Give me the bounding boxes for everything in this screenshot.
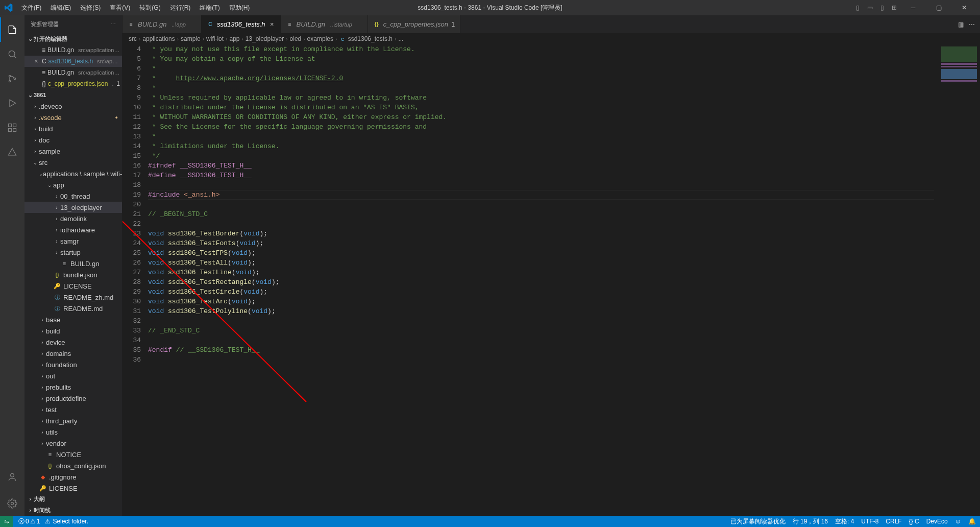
project-header[interactable]: ⌄3861: [24, 89, 122, 101]
screen-reader-status[interactable]: 已为屏幕阅读器优化: [730, 517, 786, 526]
deveco-status[interactable]: DevEco: [926, 518, 948, 525]
folder-item[interactable]: ›13_oledplayer: [24, 202, 122, 213]
folder-item[interactable]: ›device: [24, 337, 122, 348]
menu-item[interactable]: 终端(T): [195, 2, 224, 14]
more-actions-icon[interactable]: ⋯: [969, 21, 975, 28]
menu-item[interactable]: 编辑(E): [46, 2, 75, 14]
folder-item[interactable]: ›out: [24, 370, 122, 381]
open-editors-header[interactable]: ⌄打开的编辑器: [24, 33, 122, 44]
folder-item[interactable]: ›vendor: [24, 438, 122, 449]
folder-item[interactable]: ›third_party: [24, 415, 122, 426]
sidebar-more-icon[interactable]: ⋯: [110, 21, 116, 28]
breadcrumb-item[interactable]: 13_oledplayer: [246, 35, 284, 42]
breadcrumb[interactable]: src›applications›sample›wifi-iot›app›13_…: [122, 33, 980, 44]
folder-item[interactable]: ›build: [24, 123, 122, 134]
breadcrumb-item[interactable]: oled: [290, 35, 302, 42]
problems-indicator[interactable]: ⓧ0 ⚠1: [18, 517, 40, 526]
folder-item[interactable]: ›foundation: [24, 359, 122, 370]
breadcrumb-item[interactable]: applications: [142, 35, 175, 42]
folder-item[interactable]: ›samgr: [24, 235, 122, 247]
close-button[interactable]: ✕: [952, 0, 976, 15]
cursor-position[interactable]: 行 19，列 16: [793, 517, 828, 526]
folder-item[interactable]: ⌄src: [24, 157, 122, 168]
folder-item[interactable]: ›utils: [24, 426, 122, 438]
folder-item[interactable]: ›base: [24, 314, 122, 325]
editor-tab[interactable]: Cssd1306_tests.h×: [202, 15, 281, 33]
file-item[interactable]: ⓘREADME.md: [24, 303, 122, 314]
settings-gear-icon[interactable]: [0, 491, 24, 516]
file-item[interactable]: ≡BUILD.gn: [24, 258, 122, 269]
open-editor-item[interactable]: ×≡ BUILD.gnsrc\applications\sample\...: [24, 67, 122, 78]
folder-item[interactable]: ›prebuilts: [24, 381, 122, 393]
folder-item[interactable]: ›iothardware: [24, 224, 122, 235]
folder-item[interactable]: ›startup: [24, 247, 122, 258]
eol-status[interactable]: CRLF: [886, 518, 901, 525]
folder-item[interactable]: ›test: [24, 404, 122, 415]
file-item[interactable]: {}ohos_config.json: [24, 460, 122, 471]
editor-tab[interactable]: ≡BUILD.gn..\startup×: [281, 15, 368, 33]
close-icon[interactable]: ×: [33, 58, 40, 65]
menu-item[interactable]: 选择(S): [76, 2, 105, 14]
menu-item[interactable]: 查看(V): [106, 2, 134, 14]
menu-item[interactable]: 运行(R): [166, 2, 195, 14]
breadcrumb-item[interactable]: C ssd1306_tests.h: [339, 35, 393, 43]
layout-sidebar-right-icon[interactable]: ▯: [877, 3, 887, 13]
file-item[interactable]: 🔑LICENSE: [24, 280, 122, 292]
layout-panel-bottom-icon[interactable]: ▭: [865, 3, 875, 13]
breadcrumb-item[interactable]: sample: [181, 35, 201, 42]
minimize-button[interactable]: ─: [901, 0, 925, 15]
source-control-icon[interactable]: [0, 66, 24, 91]
open-editor-item[interactable]: ×{} c_cpp_properties.json.vsco...1: [24, 78, 122, 89]
folder-item[interactable]: ›.vscode●: [24, 112, 122, 123]
folder-item[interactable]: ›build: [24, 325, 122, 337]
file-item[interactable]: ≡NOTICE: [24, 449, 122, 460]
open-editor-item[interactable]: ×C ssd1306_tests.hsrc\applications\s...: [24, 56, 122, 67]
breadcrumb-item[interactable]: app: [229, 35, 239, 42]
accounts-icon[interactable]: [0, 465, 24, 489]
open-editor-item[interactable]: ×≡ BUILD.gnsrc\applications\sample\...: [24, 44, 122, 56]
code-content[interactable]: * you may not use this file except in co…: [148, 44, 934, 516]
indentation-status[interactable]: 空格: 4: [835, 517, 854, 526]
editor-tab[interactable]: {}c_cpp_properties.json 1: [368, 15, 460, 33]
breadcrumb-item[interactable]: examples: [307, 35, 333, 42]
editor-body[interactable]: 4567891011121314151617181920212223242526…: [122, 44, 980, 516]
split-editor-icon[interactable]: ▥: [958, 21, 964, 28]
outline-header[interactable]: ›大纲: [24, 493, 122, 505]
feedback-icon[interactable]: ☺: [955, 518, 961, 525]
menu-item[interactable]: 文件(F): [17, 2, 45, 14]
notifications-bell-icon[interactable]: 🔔: [968, 518, 976, 525]
menu-item[interactable]: 帮助(H): [225, 2, 254, 14]
select-folder-warning[interactable]: ⚠Select folder.: [45, 518, 88, 525]
breadcrumb-item[interactable]: src: [129, 35, 137, 42]
folder-item[interactable]: ›sample: [24, 146, 122, 157]
file-item[interactable]: {}bundle.json: [24, 269, 122, 280]
file-item[interactable]: ◆.gitignore: [24, 471, 122, 483]
breadcrumb-item[interactable]: wifi-iot: [206, 35, 224, 42]
deveco-icon[interactable]: [0, 140, 24, 164]
folder-item[interactable]: ›domains: [24, 348, 122, 359]
layout-panel-left-icon[interactable]: ▯: [852, 3, 863, 13]
folder-item[interactable]: ›demolink: [24, 213, 122, 224]
explorer-icon[interactable]: [0, 17, 24, 42]
folder-item[interactable]: ⌄applications \ sample \ wifi-iot: [24, 168, 122, 179]
menu-item[interactable]: 转到(G): [135, 2, 164, 14]
language-mode[interactable]: {} C: [909, 518, 919, 525]
folder-item[interactable]: ›doc: [24, 134, 122, 146]
file-item[interactable]: 🔑LICENSE: [24, 483, 122, 493]
breadcrumb-item[interactable]: ...: [398, 35, 403, 42]
folder-item[interactable]: ⌄app: [24, 179, 122, 190]
folder-item[interactable]: ›.deveco: [24, 101, 122, 112]
folder-item[interactable]: ›00_thread: [24, 190, 122, 202]
search-icon[interactable]: [0, 42, 24, 66]
extensions-icon[interactable]: [0, 115, 24, 140]
layout-customize-icon[interactable]: ⊞: [889, 3, 899, 13]
remote-indicator[interactable]: ⇋: [0, 516, 13, 527]
editor-tab[interactable]: ≡BUILD.gn..\app×: [122, 15, 202, 33]
maximize-button[interactable]: ▢: [927, 0, 950, 15]
timeline-header[interactable]: ›时间线: [24, 505, 122, 516]
folder-item[interactable]: ›productdefine: [24, 393, 122, 404]
file-item[interactable]: ⓘREADME_zh.md: [24, 292, 122, 303]
encoding-status[interactable]: UTF-8: [861, 518, 878, 525]
close-icon[interactable]: ×: [268, 20, 276, 28]
run-debug-icon[interactable]: [0, 91, 24, 115]
